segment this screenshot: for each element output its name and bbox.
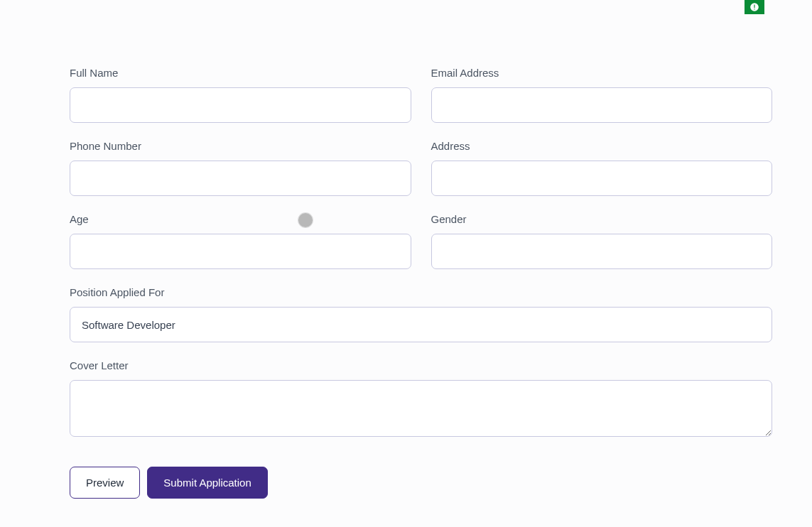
full-name-input[interactable] (70, 87, 411, 123)
cover-letter-label: Cover Letter (70, 359, 772, 371)
svg-rect-2 (754, 9, 754, 9)
position-label: Position Applied For (70, 286, 772, 298)
gender-label: Gender (431, 213, 773, 225)
application-form: Full Name Email Address Phone Number Add… (0, 0, 812, 499)
age-input[interactable] (70, 234, 411, 269)
gender-input[interactable] (431, 234, 773, 269)
cover-letter-textarea[interactable] (70, 380, 772, 437)
preview-button[interactable]: Preview (70, 467, 140, 499)
age-label: Age (70, 213, 411, 225)
svg-rect-1 (754, 5, 754, 9)
phone-number-label: Phone Number (70, 140, 411, 152)
email-address-input[interactable] (431, 87, 773, 123)
email-address-label: Email Address (431, 67, 773, 79)
submit-application-button[interactable]: Submit Application (147, 467, 267, 499)
alert-icon (749, 2, 759, 12)
full-name-label: Full Name (70, 67, 411, 79)
address-input[interactable] (431, 161, 773, 196)
phone-number-input[interactable] (70, 161, 411, 196)
position-input[interactable] (70, 307, 772, 342)
address-label: Address (431, 140, 773, 152)
notification-badge[interactable] (745, 0, 764, 14)
